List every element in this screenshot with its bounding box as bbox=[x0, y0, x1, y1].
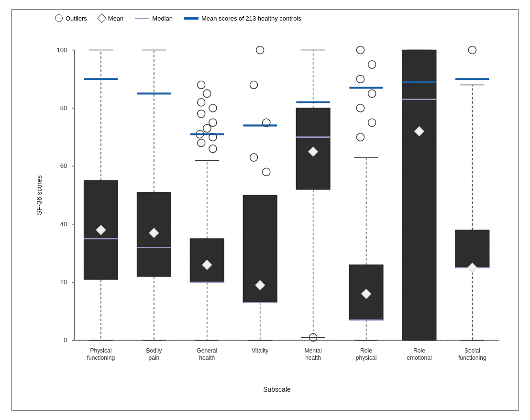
svg-text:General: General bbox=[197, 347, 217, 354]
svg-point-93 bbox=[368, 90, 376, 98]
median-label: Median bbox=[152, 15, 173, 22]
svg-point-59 bbox=[209, 145, 217, 153]
svg-point-72 bbox=[263, 168, 270, 176]
svg-rect-100 bbox=[402, 50, 436, 341]
svg-point-69 bbox=[250, 81, 258, 88]
svg-text:health: health bbox=[305, 354, 321, 361]
svg-text:Role: Role bbox=[360, 347, 372, 354]
mean-label: Mean bbox=[108, 15, 124, 22]
svg-rect-108 bbox=[455, 230, 489, 268]
outliers-icon bbox=[55, 14, 63, 22]
svg-point-95 bbox=[368, 119, 376, 126]
svg-text:80: 80 bbox=[60, 104, 67, 111]
svg-point-54 bbox=[209, 119, 217, 126]
svg-text:functioning: functioning bbox=[458, 354, 486, 361]
svg-text:100: 100 bbox=[57, 46, 67, 54]
svg-point-91 bbox=[368, 61, 376, 68]
svg-text:40: 40 bbox=[60, 221, 67, 228]
chart-container: Outliers Mean Median Mean scores of 213 … bbox=[11, 9, 519, 411]
chart-svg: 0 20 40 60 80 100 bbox=[45, 26, 508, 365]
legend-median: Median bbox=[135, 15, 173, 22]
svg-text:Mental: Mental bbox=[304, 347, 321, 354]
svg-point-51 bbox=[198, 99, 205, 106]
median-icon bbox=[135, 18, 149, 19]
healthy-controls-icon bbox=[184, 17, 199, 20]
chart-legend: Outliers Mean Median Mean scores of 213 … bbox=[45, 14, 508, 22]
svg-text:0: 0 bbox=[64, 336, 67, 343]
legend-healthy-controls: Mean scores of 213 healthy controls bbox=[184, 15, 301, 22]
healthy-controls-label: Mean scores of 213 healthy controls bbox=[201, 15, 301, 22]
svg-point-50 bbox=[203, 90, 211, 98]
svg-point-94 bbox=[356, 104, 364, 112]
svg-point-90 bbox=[356, 46, 364, 54]
mean-icon bbox=[97, 13, 107, 23]
svg-point-52 bbox=[209, 104, 217, 112]
svg-point-71 bbox=[250, 154, 258, 161]
svg-text:Vitality: Vitality bbox=[252, 347, 269, 354]
svg-text:Physical: Physical bbox=[90, 347, 111, 354]
y-axis-label: SF-36 scores bbox=[35, 175, 43, 215]
svg-point-92 bbox=[356, 75, 364, 83]
svg-text:60: 60 bbox=[60, 162, 67, 169]
plot-area: SF-36 scores Subscale 0 bbox=[45, 26, 508, 365]
svg-text:pain: pain bbox=[148, 354, 159, 361]
legend-mean: Mean bbox=[99, 15, 124, 22]
svg-text:functioning: functioning bbox=[87, 354, 115, 361]
svg-text:physical: physical bbox=[356, 354, 377, 361]
legend-outliers: Outliers bbox=[55, 14, 87, 22]
svg-point-58 bbox=[198, 139, 205, 147]
x-axis-label: Subscale bbox=[263, 386, 291, 393]
svg-text:20: 20 bbox=[60, 278, 67, 286]
svg-text:emotional: emotional bbox=[407, 354, 431, 361]
svg-text:health: health bbox=[199, 354, 215, 361]
svg-point-112 bbox=[468, 46, 476, 54]
svg-point-96 bbox=[356, 133, 364, 141]
svg-point-53 bbox=[198, 110, 205, 118]
svg-text:Bodily: Bodily bbox=[146, 347, 162, 354]
svg-point-55 bbox=[203, 124, 211, 132]
svg-point-49 bbox=[198, 81, 205, 88]
svg-text:Role: Role bbox=[413, 347, 425, 354]
outliers-label: Outliers bbox=[66, 15, 87, 22]
svg-text:Social: Social bbox=[464, 347, 480, 354]
